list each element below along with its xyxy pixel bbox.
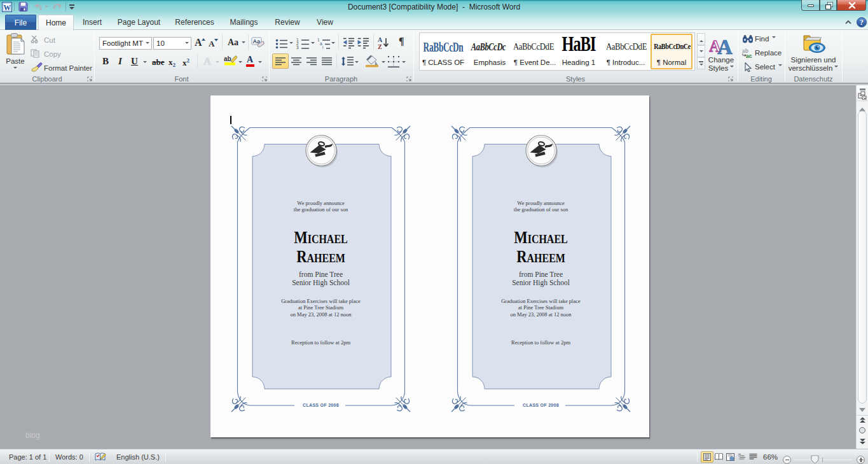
svg-text:W: W bbox=[4, 4, 11, 11]
svg-text:i: i bbox=[322, 45, 323, 50]
svg-text:ab: ab bbox=[224, 55, 231, 62]
svg-text:A: A bbox=[378, 36, 383, 43]
svg-text:Z: Z bbox=[378, 43, 382, 50]
svg-text:A: A bbox=[717, 36, 733, 55]
svg-text:ac: ac bbox=[746, 53, 752, 59]
svg-text:3: 3 bbox=[296, 45, 299, 50]
